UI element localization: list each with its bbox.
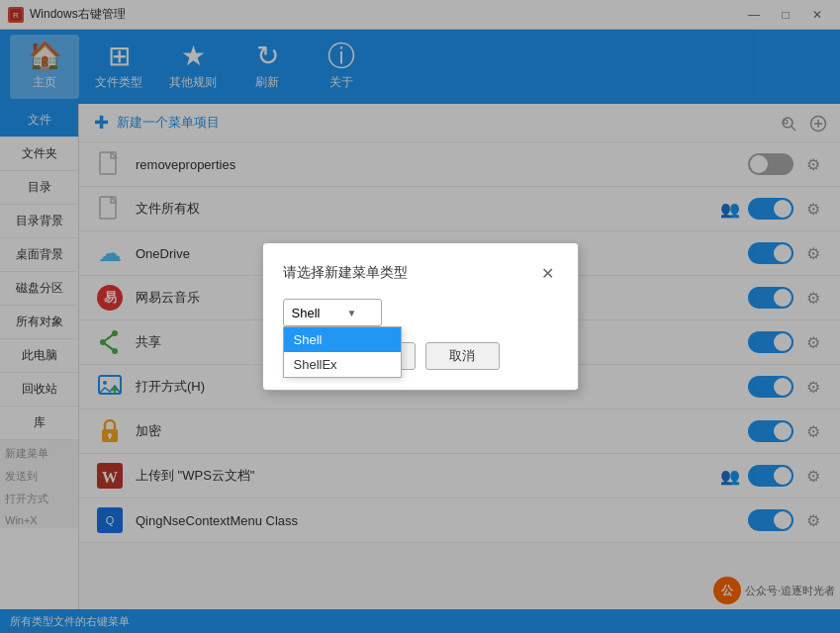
modal-title-bar: 请选择新建菜单类型 ✕ bbox=[283, 263, 558, 283]
modal-close-button[interactable]: ✕ bbox=[538, 263, 558, 283]
dropdown-option-shellex[interactable]: ShellEx bbox=[284, 352, 401, 377]
type-dropdown[interactable]: Shell ▼ Shell ShellEx bbox=[283, 299, 382, 326]
modal-body: Shell ▼ Shell ShellEx bbox=[283, 299, 558, 326]
modal-title: 请选择新建菜单类型 bbox=[283, 264, 408, 282]
chevron-down-icon: ▼ bbox=[347, 308, 357, 318]
modal-overlay: 请选择新建菜单类型 ✕ Shell ▼ Shell ShellEx 确定 取消 bbox=[0, 0, 840, 633]
dropdown-option-shell[interactable]: Shell bbox=[284, 327, 401, 352]
modal-dialog: 请选择新建菜单类型 ✕ Shell ▼ Shell ShellEx 确定 取消 bbox=[262, 242, 579, 391]
dropdown-value: Shell bbox=[292, 306, 321, 320]
dropdown-display[interactable]: Shell ▼ bbox=[283, 299, 382, 326]
modal-cancel-button[interactable]: 取消 bbox=[425, 342, 500, 370]
dropdown-list: Shell ShellEx bbox=[283, 326, 402, 378]
